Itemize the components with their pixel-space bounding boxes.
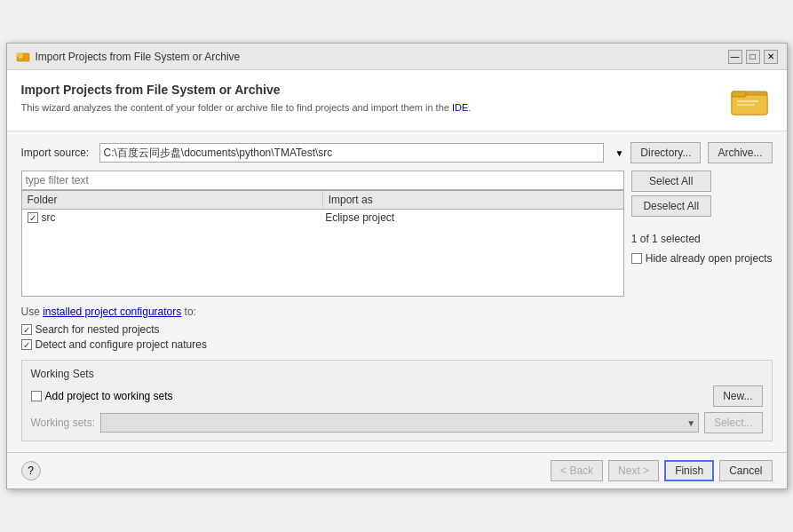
dialog-description: This wizard analyzes the content of your… <box>21 102 472 113</box>
directory-button[interactable]: Directory... <box>630 142 701 163</box>
table-cell-folder: src <box>28 211 321 224</box>
search-nested-row: Search for nested projects <box>21 323 773 336</box>
source-dropdown-arrow[interactable]: ▼ <box>615 148 623 158</box>
maximize-button[interactable]: □ <box>746 50 760 64</box>
deselect-all-button[interactable]: Deselect All <box>631 195 711 217</box>
title-bar-left: Import Projects from File System or Arch… <box>16 50 241 64</box>
help-button[interactable]: ? <box>21 461 41 480</box>
finish-button[interactable]: Finish <box>664 460 714 481</box>
select-working-set-button[interactable]: Select... <box>704 412 762 433</box>
archive-button[interactable]: Archive... <box>708 142 772 163</box>
working-sets-group: Working Sets Add project to working sets… <box>21 360 773 441</box>
search-nested-checkbox[interactable] <box>21 324 32 335</box>
cancel-button[interactable]: Cancel <box>719 460 772 481</box>
table-row[interactable]: src Eclipse project <box>22 210 623 226</box>
working-sets-combo[interactable] <box>100 413 699 433</box>
svg-rect-6 <box>737 100 758 102</box>
svg-rect-2 <box>19 57 22 58</box>
dialog-footer: ? < Back Next > Finish Cancel <box>7 452 787 488</box>
import-source-input[interactable] <box>99 143 605 163</box>
title-bar: Import Projects from File System or Arch… <box>7 44 787 70</box>
close-button[interactable]: ✕ <box>764 50 778 64</box>
footer-buttons: < Back Next > Finish Cancel <box>551 460 772 481</box>
svg-rect-1 <box>17 53 23 57</box>
add-working-sets-label: Add project to working sets <box>45 390 173 402</box>
dialog-header-text: Import Projects from File System or Arch… <box>21 83 472 113</box>
dialog-header: Import Projects from File System or Arch… <box>7 70 787 131</box>
table-cell-import-as: Eclipse project <box>320 211 618 224</box>
import-source-label: Import source: <box>21 147 92 159</box>
working-sets-label: Working sets: <box>31 417 95 429</box>
select-all-button[interactable]: Select All <box>631 171 711 192</box>
ide-link: IDE <box>452 102 468 113</box>
working-sets-title: Working Sets <box>31 368 763 380</box>
table-header: Folder Import as <box>22 191 623 210</box>
filter-input[interactable] <box>21 171 624 190</box>
search-nested-label: Search for nested projects <box>36 323 160 336</box>
svg-rect-5 <box>732 91 746 97</box>
configurators-row: Use installed project configurators to: <box>21 306 773 318</box>
table-section: Folder Import as src Eclipse project <box>21 171 773 297</box>
folder-name: src <box>42 211 56 224</box>
dialog-title: Import Projects from File System or Arch… <box>21 83 472 97</box>
table-container: Folder Import as src Eclipse project <box>21 171 624 297</box>
next-button[interactable]: Next > <box>608 460 659 481</box>
col-folder: Folder <box>22 191 323 209</box>
working-sets-input-row: Working sets: ▼ Select... <box>31 412 763 433</box>
add-working-sets-checkbox[interactable] <box>31 391 42 401</box>
detect-natures-checkbox[interactable] <box>21 339 32 350</box>
title-bar-controls: — □ ✕ <box>728 50 778 64</box>
side-buttons: Select All Deselect All 1 of 1 selected … <box>631 171 773 297</box>
main-dialog: Import Projects from File System or Arch… <box>6 43 788 489</box>
add-to-working-sets-row: Add project to working sets New... <box>31 385 763 407</box>
folder-table: Folder Import as src Eclipse project <box>21 190 624 297</box>
selected-count: 1 of 1 selected <box>631 233 773 245</box>
col-import-as: Import as <box>323 191 623 209</box>
detect-natures-row: Detect and configure project natures <box>21 338 773 351</box>
detect-natures-label: Detect and configure project natures <box>36 338 207 351</box>
folder-illustration <box>730 83 773 118</box>
back-button[interactable]: < Back <box>551 460 603 481</box>
row-checkbox[interactable] <box>28 212 38 223</box>
svg-rect-7 <box>737 104 755 106</box>
hide-projects-label: Hide already open projects <box>646 252 773 265</box>
hide-projects-checkbox[interactable] <box>631 253 642 264</box>
dialog-body: Import source: ▼ Directory... Archive...… <box>7 131 787 452</box>
new-working-set-button[interactable]: New... <box>713 385 762 407</box>
dialog-icon <box>16 50 30 64</box>
bottom-options: Use installed project configurators to: … <box>21 306 773 351</box>
import-source-row: Import source: ▼ Directory... Archive... <box>21 142 773 163</box>
working-sets-combo-wrapper: ▼ <box>100 413 699 433</box>
title-bar-label: Import Projects from File System or Arch… <box>36 51 241 63</box>
configurators-link[interactable]: installed project configurators <box>43 306 181 318</box>
hide-projects-row: Hide already open projects <box>631 252 773 265</box>
minimize-button[interactable]: — <box>728 50 742 64</box>
